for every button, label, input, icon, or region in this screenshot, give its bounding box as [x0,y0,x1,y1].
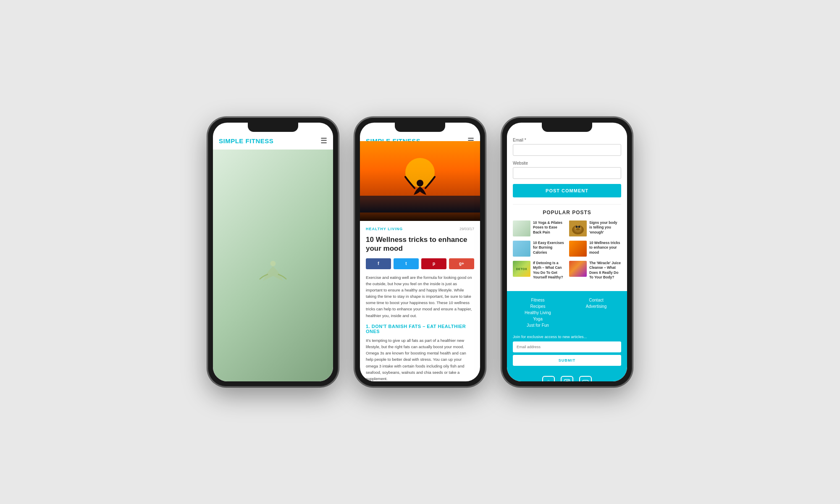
popular-title-4: 10 Wellness tricks to enhance your mood [589,241,621,255]
svg-rect-30 [564,379,570,381]
popular-thumb-1 [513,220,530,236]
popular-title-6: The 'Miracle' Juice Cleanse – What Does … [589,261,621,280]
article-main-title: 10 Wellness tricks to enhance your mood [366,235,474,253]
popular-item-6[interactable]: The 'Miracle' Juice Cleanse – What Does … [569,261,621,280]
email-label: Email * [513,138,621,142]
popular-posts-section: POPULAR POSTS 10 Yoga & Pilates Poses to… [513,204,621,280]
share-facebook[interactable]: f [366,258,391,269]
facebook-icon[interactable]:  [542,376,555,381]
share-pinterest[interactable]: p [421,258,446,269]
footer-link-fitness[interactable]: Fitness [513,298,563,302]
popular-thumb-2 [569,220,587,236]
popular-thumb-5: DETOX [513,261,530,277]
widget-content: Email * Website POST COMMENT [507,132,627,291]
svg-rect-34 [583,380,588,381]
share-twitter[interactable]: t [394,258,419,269]
footer-links: Fitness Contact Recipes Advertising Heal… [513,298,621,328]
popular-title-5: If Detoxing Is a Myth – What Can You Do … [533,261,565,280]
article-date: 29/03/17 [459,227,474,231]
popular-thumb-4 [569,241,587,257]
svg-rect-21 [360,196,480,213]
article-body: HEALTHY LIVING 29/03/17 10 Wellness tric… [360,221,480,381]
footer-link-empty3 [571,323,621,328]
phone-1: SIMPLE FITNESS ☰ 10 Yo [208,118,338,386]
popular-posts-grid: 10 Yoga & Pilates Poses to Ease Back Pai… [513,220,621,280]
svg-point-0 [270,261,276,266]
logo-1: SIMPLE FITNESS [219,137,273,144]
hero-image-1 [213,150,333,381]
section-text-1: It's tempting to give up all fats as par… [366,337,474,381]
phone-notch-1 [248,123,298,132]
youtube-icon[interactable] [579,376,592,381]
section-heading-1: 1. DON'T BANISH FATS – EAT HEALTHIER ONE… [366,324,474,334]
website-field-group: Website [513,161,621,179]
social-buttons: f t p g+ [366,258,474,269]
popular-posts-title: POPULAR POSTS [513,210,621,215]
footer-link-recipes[interactable]: Recipes [513,304,563,309]
footer-nav: Fitness Contact Recipes Advertising Heal… [507,291,627,381]
footer-link-empty2 [571,317,621,321]
social-icons-row:  [513,371,621,381]
phones-container: SIMPLE FITNESS ☰ 10 Yo [208,118,632,386]
footer-link-healthy-living[interactable]: Healthy Living [513,310,563,315]
post-comment-button[interactable]: POST COMMENT [513,184,621,197]
phone-2: SIMPLE FITNESS ☰ [355,118,485,386]
article-category: HEALTHY LIVING [366,227,403,231]
article-hero-image [360,150,480,221]
svg-marker-33 [585,381,587,381]
footer-link-contact[interactable]: Contact [571,298,621,302]
menu-icon-1[interactable]: ☰ [320,136,327,145]
email-subscribe-label: Join for exclusive access to new article… [513,334,621,339]
article-intro: Exercise and eating well are the formula… [366,274,474,319]
website-input[interactable] [513,167,621,179]
email-input[interactable] [513,144,621,156]
footer-link-yoga[interactable]: Yoga [513,317,563,321]
phone-notch-2 [395,123,445,132]
website-label: Website [513,161,621,165]
svg-point-29 [576,228,580,231]
popular-item-2[interactable]: Signs your body is telling you 'enough' [569,220,621,236]
instagram-icon[interactable] [561,376,573,381]
popular-thumb-6 [569,261,587,277]
subscribe-submit-button[interactable]: SUBMIT [513,355,621,366]
svg-point-22 [417,180,423,186]
email-subscribe-input[interactable] [513,341,621,352]
svg-point-31 [566,381,569,381]
share-googleplus[interactable]: g+ [449,258,474,269]
popular-title-1: 10 Yoga & Pilates Poses to Ease Back Pai… [533,220,565,235]
popular-item-1[interactable]: 10 Yoga & Pilates Poses to Ease Back Pai… [513,220,565,236]
footer-link-empty1 [571,310,621,315]
popular-item-4[interactable]: 10 Wellness tricks to enhance your mood [569,241,621,257]
popular-item-5[interactable]: DETOX If Detoxing Is a Myth – What Can Y… [513,261,565,280]
popular-title-3: 10 Easy Exercises for Burning Calories [533,241,565,255]
svg-point-27 [576,226,578,228]
email-subscribe-section: Join for exclusive access to new article… [513,334,621,366]
svg-point-28 [578,226,580,228]
popular-item-3[interactable]: 10 Easy Exercises for Burning Calories [513,241,565,257]
popular-title-2: Signs your body is telling you 'enough' [589,220,621,235]
footer-link-advertising[interactable]: Advertising [571,304,621,309]
popular-thumb-3 [513,241,530,257]
email-field-group: Email * [513,138,621,156]
phone-3: Email * Website POST COMMENT [502,118,632,386]
site-header-1: SIMPLE FITNESS ☰ [213,132,333,150]
svg-point-32 [568,380,569,381]
phone-notch-3 [542,123,592,132]
footer-link-fun[interactable]: Just for Fun [513,323,563,328]
